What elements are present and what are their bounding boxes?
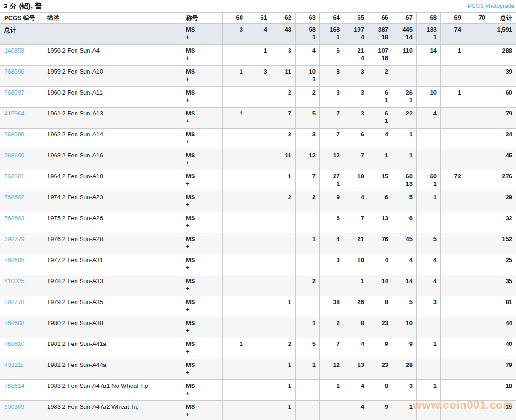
pcgs-cell: 403111	[0, 359, 43, 380]
pcgs-number-link[interactable]: 768603	[4, 215, 24, 222]
pcgs-number-link[interactable]: 768608	[4, 319, 24, 326]
pcgs-number-link[interactable]: 900309	[4, 403, 24, 410]
designation-cell: MS+	[182, 233, 223, 254]
grade-cell-61: 1	[247, 45, 271, 66]
pcgs-number-link[interactable]: 768614	[4, 382, 24, 389]
total-cell: 40	[489, 338, 516, 359]
grade-cell-63: 3	[296, 129, 320, 149]
grade-cell-68: 1	[417, 380, 441, 401]
grade-cell-67: 1	[392, 401, 417, 420]
pcgs-number-link[interactable]: 403111	[4, 361, 23, 368]
description-cell: 1977 2 Fen Sun-A31	[43, 254, 182, 275]
grade-cell-66: 8	[368, 380, 392, 401]
grade-cell-67: 6	[392, 212, 417, 233]
grade-cell-60	[223, 275, 247, 296]
pcgs-cell: 398778	[0, 296, 43, 317]
header-row: PCGS 编号描述称号6061626364656667686970总计	[0, 13, 516, 24]
grade-cell-60	[223, 380, 247, 401]
grade-cell-69: 1	[441, 45, 465, 66]
designation-cell: MS+	[182, 170, 223, 191]
grade-cell-61: 4	[247, 24, 271, 45]
grade-cell-69	[441, 401, 465, 420]
grade-cell-63: 12	[296, 149, 320, 170]
grade-cell-62	[271, 254, 296, 275]
grade-cell-60	[223, 212, 247, 233]
description-cell: 1962 2 Fen Sun-A14	[43, 129, 182, 149]
grade-cell-69	[441, 338, 465, 359]
grade-cell-66: 4	[368, 254, 392, 275]
grade-cell-67: 45	[392, 233, 417, 254]
total-cell: 288	[489, 45, 516, 66]
grade-cell-70	[465, 233, 489, 254]
grade-cell-60	[223, 296, 247, 317]
col-header-grade-69: 69	[441, 13, 465, 24]
grade-cell-68: 14	[417, 45, 441, 66]
grade-cell-60	[223, 359, 247, 380]
grade-cell-65: 3	[344, 87, 368, 108]
grade-cell-64: 8	[320, 66, 344, 87]
grade-cell-70	[465, 129, 489, 149]
grade-cell-66: 2	[368, 66, 392, 87]
grade-cell-63	[296, 380, 320, 401]
grade-cell-68: 4	[417, 275, 441, 296]
grade-cell-70	[465, 191, 489, 212]
pcgs-number-link[interactable]: 768601	[4, 173, 24, 180]
col-header-grade-66: 66	[368, 13, 392, 24]
table-row: 7686081980 2 Fen Sun-A38MS+128231044	[0, 317, 516, 338]
pcgs-number-link[interactable]: 768600	[4, 152, 24, 159]
grade-cell-70	[465, 338, 489, 359]
description-cell: 1961 2 Fen Sun-A13	[43, 108, 182, 129]
pcgs-number-link[interactable]: 398779	[4, 236, 24, 243]
total-cell: 15	[489, 401, 516, 420]
pcgs-number-link[interactable]: 398778	[4, 298, 24, 305]
grade-cell-61	[247, 380, 271, 401]
designation-cell: MS+	[182, 380, 223, 401]
grade-cell-61	[247, 359, 271, 380]
totals-row: 总计MS+34485811681197438718445141331741,59…	[0, 24, 516, 45]
grade-cell-70	[465, 170, 489, 191]
grade-cell-61	[247, 87, 271, 108]
grade-cell-62: 2	[271, 129, 296, 149]
total-cell: 44	[489, 317, 516, 338]
pcgs-number-link[interactable]: 768596	[4, 68, 24, 75]
grade-cell-65: 4	[344, 380, 368, 401]
pcgs-cell: 768610	[0, 338, 43, 359]
grade-cell-66: 15	[368, 170, 392, 191]
pcgs-number-link[interactable]: 768605	[4, 257, 24, 264]
pcgs-cell: 768600	[0, 149, 43, 170]
grade-cell-70	[465, 359, 489, 380]
grade-cell-67: 22	[392, 108, 417, 129]
pcgs-number-link[interactable]: 768597	[4, 89, 24, 96]
designation-cell: MS+	[182, 317, 223, 338]
grade-cell-70	[465, 212, 489, 233]
grade-cell-67: 1	[392, 149, 417, 170]
grade-cell-67: 10	[392, 317, 417, 338]
grade-cell-67: 6013	[392, 170, 417, 191]
total-cell: 39	[489, 66, 516, 87]
grade-cell-66: 14	[368, 275, 392, 296]
grade-cell-63: 7	[296, 170, 320, 191]
grade-cell-65: 21	[344, 233, 368, 254]
grade-cell-60: 1	[223, 66, 247, 87]
pcgs-number-link[interactable]: 768610	[4, 340, 24, 347]
col-header-desc: 描述	[43, 13, 182, 24]
grade-cell-60: 1	[223, 338, 247, 359]
grade-cell-65: 7	[344, 149, 368, 170]
grade-cell-62	[271, 317, 296, 338]
pcgs-number-link[interactable]: 140858	[4, 47, 24, 54]
pcgs-number-link[interactable]: 415964	[4, 110, 24, 117]
pcgs-number-link[interactable]: 768599	[4, 131, 24, 138]
table-row: 4159641961 2 Fen Sun-A13MS+175736122479	[0, 108, 516, 129]
pcgs-photograde-link[interactable]: PCGS Photograde	[468, 3, 514, 9]
grade-cell-70	[465, 149, 489, 170]
grade-cell-68	[417, 317, 441, 338]
pcgs-number-link[interactable]: 410025	[4, 278, 24, 285]
pcgs-number-link[interactable]: 768602	[4, 194, 24, 201]
col-header-grade-65: 65	[344, 13, 368, 24]
grade-cell-69	[441, 191, 465, 212]
grade-cell-69	[441, 380, 465, 401]
grade-cell-64: 6	[320, 212, 344, 233]
grade-cell-61	[247, 296, 271, 317]
grade-cell-65: 26	[344, 296, 368, 317]
grade-cell-63	[296, 401, 320, 420]
